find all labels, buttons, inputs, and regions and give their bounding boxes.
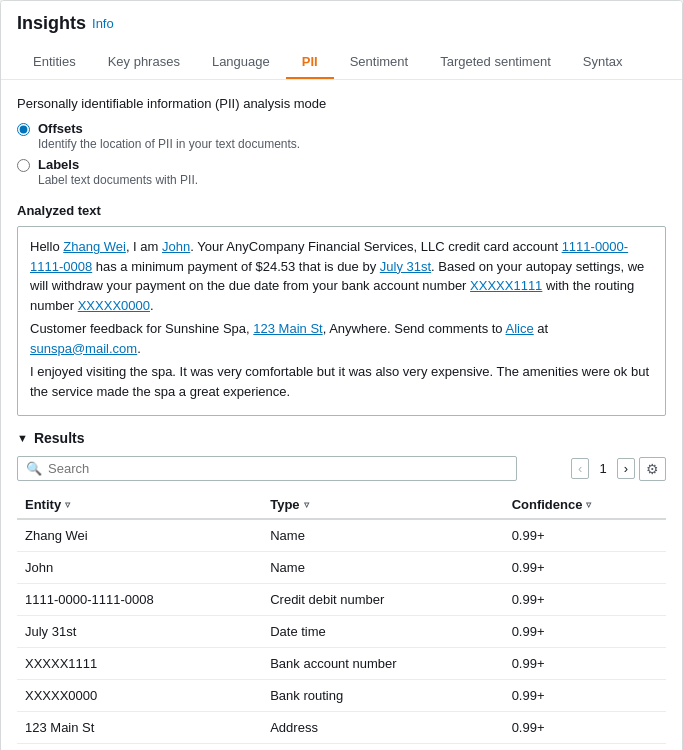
analyzed-text-p1: Hello Zhang Wei, I am John. Your AnyComp… [30, 237, 653, 315]
results-table: Entity ▿ Type ▿ Confiden [17, 491, 666, 750]
table-row: July 31st Date time 0.99+ [17, 616, 666, 648]
row-entity: XXXXX1111 [17, 648, 262, 680]
page-title: Insights [17, 13, 86, 34]
pii-john: John [162, 239, 190, 254]
table-row: 1111-0000-1111-0008 Credit debit number … [17, 584, 666, 616]
table-row: XXXXX1111 Bank account number 0.99+ [17, 648, 666, 680]
results-label: Results [34, 430, 85, 446]
row-type: Credit debit number [262, 584, 503, 616]
info-link[interactable]: Info [92, 16, 114, 31]
tab-key-phrases[interactable]: Key phrases [92, 46, 196, 79]
row-confidence: 0.99+ [504, 648, 666, 680]
tab-targeted-sentiment[interactable]: Targeted sentiment [424, 46, 567, 79]
row-confidence: 0.99+ [504, 519, 666, 552]
labels-desc: Label text documents with PII. [38, 173, 198, 187]
row-type: Name [262, 519, 503, 552]
radio-group: Offsets Identify the location of PII in … [17, 121, 666, 187]
entity-filter-icon[interactable]: ▿ [65, 499, 70, 510]
pagination-next-btn[interactable]: › [617, 458, 635, 479]
row-type: Bank routing [262, 680, 503, 712]
offsets-label: Offsets [38, 121, 300, 136]
tab-bar: Entities Key phrases Language PII Sentim… [17, 46, 666, 79]
row-type: Name [262, 552, 503, 584]
offsets-radio[interactable] [17, 123, 30, 136]
pii-address: 123 Main St [253, 321, 322, 336]
row-entity: Alice [17, 744, 262, 751]
row-confidence: 0.99+ [504, 712, 666, 744]
confidence-filter-icon[interactable]: ▿ [586, 499, 591, 510]
analysis-mode-label: Personally identifiable information (PII… [17, 96, 666, 111]
pii-date: July 31st [380, 259, 431, 274]
row-entity: XXXXX0000 [17, 680, 262, 712]
analyzed-text-p3: I enjoyed visiting the spa. It was very … [30, 362, 653, 401]
row-type: Address [262, 712, 503, 744]
pii-zhang-wei: Zhang Wei [63, 239, 126, 254]
pii-alice: Alice [506, 321, 534, 336]
results-chevron-icon: ▼ [17, 432, 28, 444]
table-row: Alice Name 0.99+ [17, 744, 666, 751]
analyzed-text-p2: Customer feedback for Sunshine Spa, 123 … [30, 319, 653, 358]
pagination-current: 1 [593, 459, 612, 478]
search-input[interactable] [48, 461, 508, 476]
pii-routing: XXXXX0000 [78, 298, 150, 313]
col-type: Type ▿ [262, 491, 503, 519]
settings-btn[interactable]: ⚙ [639, 457, 666, 481]
table-row: John Name 0.99+ [17, 552, 666, 584]
table-row: XXXXX0000 Bank routing 0.99+ [17, 680, 666, 712]
type-filter-icon[interactable]: ▿ [304, 499, 309, 510]
row-entity: Zhang Wei [17, 519, 262, 552]
col-confidence: Confidence ▿ [504, 491, 666, 519]
tab-language[interactable]: Language [196, 46, 286, 79]
col-entity: Entity ▿ [17, 491, 262, 519]
tab-sentiment[interactable]: Sentiment [334, 46, 425, 79]
row-type: Date time [262, 616, 503, 648]
row-type: Name [262, 744, 503, 751]
tab-syntax[interactable]: Syntax [567, 46, 639, 79]
analyzed-text-box: Hello Zhang Wei, I am John. Your AnyComp… [17, 226, 666, 416]
labels-radio[interactable] [17, 159, 30, 172]
row-entity: John [17, 552, 262, 584]
analyzed-text-label: Analyzed text [17, 203, 666, 218]
pii-email: sunspa@mail.com [30, 341, 137, 356]
results-section: ▼ Results 🔍 ‹ 1 › ⚙ [17, 430, 666, 750]
search-pagination-row: 🔍 ‹ 1 › ⚙ [17, 456, 666, 481]
pii-bank-acct: XXXXX1111 [470, 278, 542, 293]
pagination-controls: ‹ 1 › ⚙ [571, 457, 666, 481]
offsets-desc: Identify the location of PII in your tex… [38, 137, 300, 151]
row-entity: July 31st [17, 616, 262, 648]
row-type: Bank account number [262, 648, 503, 680]
search-icon: 🔍 [26, 461, 42, 476]
pagination-prev-btn[interactable]: ‹ [571, 458, 589, 479]
row-confidence: 0.99+ [504, 744, 666, 751]
results-header[interactable]: ▼ Results [17, 430, 666, 446]
row-entity: 123 Main St [17, 712, 262, 744]
tab-entities[interactable]: Entities [17, 46, 92, 79]
row-entity: 1111-0000-1111-0008 [17, 584, 262, 616]
labels-label: Labels [38, 157, 198, 172]
row-confidence: 0.99+ [504, 680, 666, 712]
row-confidence: 0.99+ [504, 616, 666, 648]
tab-pii[interactable]: PII [286, 46, 334, 79]
table-row: Zhang Wei Name 0.99+ [17, 519, 666, 552]
row-confidence: 0.99+ [504, 584, 666, 616]
search-box[interactable]: 🔍 [17, 456, 517, 481]
row-confidence: 0.99+ [504, 552, 666, 584]
table-row: 123 Main St Address 0.99+ [17, 712, 666, 744]
